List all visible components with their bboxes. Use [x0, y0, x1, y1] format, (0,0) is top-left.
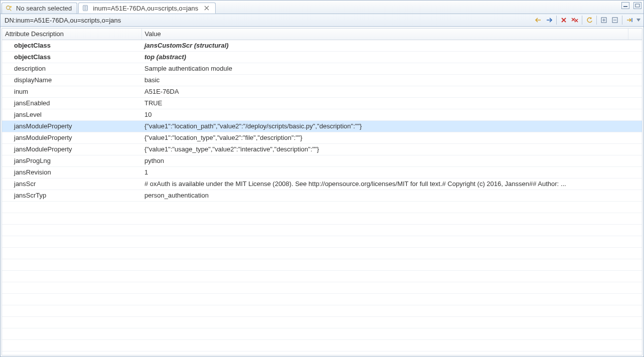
close-icon[interactable] — [203, 5, 210, 12]
value-cell: 1 — [141, 166, 628, 178]
tabbar-window-controls — [621, 2, 641, 9]
column-spacer — [628, 29, 642, 40]
value-cell: 10 — [141, 109, 628, 120]
value-cell: TRUE — [141, 97, 628, 109]
table-row-empty — [2, 293, 642, 305]
table-row-empty — [2, 201, 642, 213]
entry-tab-icon — [82, 4, 90, 12]
table-row[interactable]: jansModuleProperty{"value1":"location_pa… — [2, 120, 642, 132]
attr-cell: jansScrTyp — [2, 190, 141, 201]
table-row-empty — [2, 316, 642, 328]
delete-all-button[interactable] — [570, 15, 580, 25]
svg-rect-10 — [635, 4, 639, 7]
table-row[interactable]: inumA51E-76DA — [2, 86, 642, 97]
value-cell: Sample authentication module — [141, 63, 628, 74]
table-row[interactable]: displayNamebasic — [2, 74, 642, 86]
attr-cell: jansModuleProperty — [2, 132, 141, 143]
minimize-view-button[interactable] — [621, 2, 629, 9]
table-row[interactable]: jansModuleProperty{"value1":"usage_type"… — [2, 143, 642, 155]
attr-cell: jansModuleProperty — [2, 120, 141, 132]
attr-cell: jansEnabled — [2, 97, 141, 109]
table-row[interactable]: jansEnabledTRUE — [2, 97, 642, 109]
attribute-table[interactable]: Attribute Description Value objectClassj… — [2, 29, 642, 351]
tab-entry[interactable]: inum=A51E-76DA,ou=scripts,o=jans — [78, 3, 216, 14]
table-row-empty — [2, 259, 642, 270]
attribute-table-wrap: Attribute Description Value objectClassj… — [1, 27, 643, 356]
value-cell: python — [141, 155, 628, 166]
collapse-all-button[interactable] — [610, 15, 620, 25]
toolbar-separator — [622, 16, 622, 25]
dn-bar: DN: inum=A51E-76DA,ou=scripts,o=jans — [1, 14, 643, 27]
table-row-empty — [2, 305, 642, 316]
search-tab-icon — [5, 5, 13, 13]
column-value[interactable]: Value — [141, 29, 628, 40]
attr-cell: objectClass — [2, 40, 141, 51]
value-cell: person_authentication — [141, 190, 628, 201]
table-row[interactable]: jansRevision1 — [2, 166, 642, 178]
toolbar-separator — [556, 16, 557, 25]
value-cell: basic — [141, 74, 628, 86]
tab-bar: No search selected inum=A51E-76DA,ou=scr… — [1, 1, 643, 14]
value-cell: A51E-76DA — [141, 86, 628, 97]
navigate-forward-button[interactable] — [544, 15, 554, 25]
attr-cell: inum — [2, 86, 141, 97]
table-row-empty — [2, 224, 642, 236]
quick-search-button[interactable] — [624, 15, 634, 25]
attr-cell: jansScr — [2, 178, 141, 190]
value-cell: top (abstract) — [141, 51, 628, 63]
value-cell: {"value1":"location_path","value2":"/dep… — [141, 120, 628, 132]
table-row[interactable]: jansScr# oxAuth is available under the M… — [2, 178, 642, 190]
table-row[interactable]: jansModuleProperty{"value1":"location_ty… — [2, 132, 642, 143]
view-menu-button[interactable] — [635, 15, 641, 25]
attr-cell: jansModuleProperty — [2, 143, 141, 155]
column-attr[interactable]: Attribute Description — [2, 29, 141, 40]
attr-cell: objectClass — [2, 51, 141, 63]
expand-all-button[interactable] — [599, 15, 609, 25]
maximize-view-button[interactable] — [633, 2, 641, 9]
attr-cell: jansRevision — [2, 166, 141, 178]
tab-search-label: No search selected — [16, 5, 72, 12]
editor-window: No search selected inum=A51E-76DA,ou=scr… — [0, 0, 644, 357]
tab-search[interactable]: No search selected — [2, 3, 77, 14]
table-row[interactable]: jansScrTypperson_authentication — [2, 190, 642, 201]
table-row-empty — [2, 247, 642, 259]
value-cell: {"value1":"location_type","value2":"file… — [141, 132, 628, 143]
table-row[interactable]: jansProgLngpython — [2, 155, 642, 166]
svg-point-2 — [10, 6, 12, 8]
table-row-empty — [2, 339, 642, 351]
table-row-empty — [2, 236, 642, 247]
table-row[interactable]: jansLevel10 — [2, 109, 642, 120]
svg-rect-9 — [623, 6, 627, 7]
delete-button[interactable] — [559, 15, 569, 25]
dn-value: inum=A51E-76DA,ou=scripts,o=jans — [16, 17, 121, 24]
attr-cell: jansProgLng — [2, 155, 141, 166]
table-header-row: Attribute Description Value — [2, 29, 642, 40]
entry-toolbar — [533, 15, 641, 25]
tab-entry-label: inum=A51E-76DA,ou=scripts,o=jans — [93, 5, 198, 12]
attr-cell: description — [2, 63, 141, 74]
refresh-button[interactable] — [584, 15, 594, 25]
value-cell: jansCustomScr (structural) — [141, 40, 628, 51]
svg-line-1 — [10, 9, 12, 11]
attr-cell: displayName — [2, 74, 141, 86]
dn-prefix: DN: — [5, 17, 16, 24]
toolbar-separator — [582, 16, 582, 25]
table-row-empty — [2, 270, 642, 282]
svg-point-0 — [7, 6, 10, 9]
toolbar-separator — [596, 16, 597, 25]
table-row-empty — [2, 328, 642, 339]
table-row[interactable]: objectClassjansCustomScr (structural) — [2, 40, 642, 51]
table-row-empty — [2, 213, 642, 224]
value-cell: {"value1":"usage_type","value2":"interac… — [141, 143, 628, 155]
attr-cell: jansLevel — [2, 109, 141, 120]
table-row-empty — [2, 282, 642, 293]
table-row[interactable]: objectClasstop (abstract) — [2, 51, 642, 63]
table-row[interactable]: descriptionSample authentication module — [2, 63, 642, 74]
value-cell: # oxAuth is available under the MIT Lice… — [141, 178, 628, 190]
navigate-back-button[interactable] — [533, 15, 543, 25]
